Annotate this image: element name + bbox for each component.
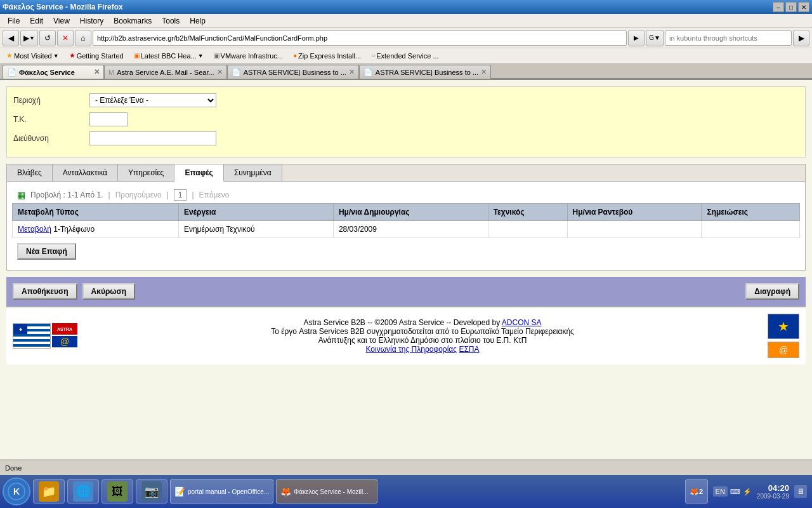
taskbar-window-firefox[interactable]: 🦊 Φάκελος Service - Mozill...	[276, 479, 377, 504]
menu-edit[interactable]: Edit	[25, 15, 48, 27]
network-icon: 🖥	[794, 485, 807, 498]
start-button[interactable]: K	[3, 478, 30, 505]
tab-astra2[interactable]: 📄 ASTRA SERVICE| Business to ... ✕	[359, 65, 491, 79]
metavoli-link[interactable]: Μεταβολή	[18, 225, 51, 234]
menu-file[interactable]: File	[3, 15, 25, 27]
search-button[interactable]: ▶	[793, 30, 809, 46]
tab-epafes[interactable]: Επαφές	[174, 164, 223, 182]
footer-line2: Το έργο Astra Services B2B συγχρηματοδοτ…	[90, 327, 755, 336]
new-contact-button[interactable]: Νέα Επαφή	[17, 243, 76, 260]
bookmark-zip[interactable]: ● Zip Express Install...	[289, 51, 365, 61]
cancel-button[interactable]: Ακύρωση	[82, 283, 135, 300]
taskbar-app-browser[interactable]: 🌐	[67, 479, 99, 504]
adcon-link[interactable]: ADCON SA	[502, 318, 542, 327]
separator2: |	[167, 190, 169, 199]
epafes-tab-content: ▦ Προβολή : 1-1 Από 1. | Προηγούμενο | 1…	[7, 182, 805, 270]
delete-button[interactable]: Διαγραφή	[745, 283, 799, 300]
col-action: Ενέργεια	[178, 204, 333, 221]
bookmark-most-visited[interactable]: ★ Most Visited ▼	[3, 50, 63, 61]
table-row: Μεταβολή 1-Τηλέφωνο Ενημέρωση Τεχνικού 2…	[13, 221, 800, 238]
bookmark-vmware[interactable]: ▣ VMware Infrastruc...	[210, 51, 287, 61]
menu-help[interactable]: Help	[185, 15, 211, 27]
rss-icon: ▣	[134, 52, 140, 59]
bookmark-extended[interactable]: ○ Extended Service ...	[367, 51, 443, 61]
prev-page[interactable]: Προηγούμενο	[115, 190, 162, 199]
tab-synimmena[interactable]: Συνημμένα	[224, 164, 282, 181]
row-notes	[702, 221, 800, 238]
footer-inner: ✚ ASTRA @	[13, 314, 799, 358]
maximize-button[interactable]: □	[785, 2, 797, 12]
star-icon: ★	[6, 51, 13, 60]
tab-close-fakellos[interactable]: ✕	[94, 68, 100, 76]
tab-bar: 📄 Φάκελος Service ✕ M Astra Service A.E.…	[0, 64, 812, 80]
tab-vlaves[interactable]: Βλάβες	[7, 164, 53, 181]
taskbar-app-file-manager[interactable]: 📁	[33, 479, 65, 504]
bookmark-bbc[interactable]: ▣ Latest BBC Hea... ▼	[130, 51, 207, 61]
url-go-button[interactable]: ▶	[628, 30, 645, 46]
tab-ypiresies[interactable]: Υπηρεσίες	[118, 164, 174, 181]
status-bar: Done	[0, 460, 812, 475]
tab-close-mail[interactable]: ✕	[217, 68, 223, 76]
nav-bar: ◀ ▶ ▼ ↺ ✕ ⌂ ▶ G▼ ▶	[0, 28, 812, 48]
col-date-create: Ημ/νια Δημιουργίας	[333, 204, 488, 221]
koinonia-link[interactable]: Κοινωνία της Πληροφορίας	[366, 345, 457, 354]
action-bar-left: Αποθήκευση Ακύρωση	[13, 283, 135, 300]
content-wrapper: Περιοχή - Επέλεξε Ένα - Τ.Κ. Διεύθυνση Β…	[0, 80, 812, 459]
bookmark-icon: ★	[69, 51, 75, 60]
firefox-icon-badge: 🦊	[690, 487, 699, 496]
home-button[interactable]: ⌂	[75, 30, 91, 46]
bookmark-getting-started[interactable]: ★ Getting Started	[65, 50, 128, 61]
menu-bar: File Edit View History Bookmarks Tools H…	[0, 14, 812, 28]
tk-row: Τ.Κ.	[13, 112, 799, 126]
tab-icon-astra2: 📄	[363, 68, 373, 77]
close-window-button[interactable]: ✕	[798, 2, 809, 12]
extended-icon: ○	[371, 52, 375, 59]
url-bar[interactable]	[93, 30, 627, 46]
row-appointment	[567, 221, 702, 238]
region-select[interactable]: - Επέλεξε Ένα -	[89, 93, 216, 107]
menu-view[interactable]: View	[48, 15, 75, 27]
search-input[interactable]	[665, 30, 792, 46]
menu-tools[interactable]: Tools	[157, 15, 185, 27]
tab-antalaktika[interactable]: Ανταλλακτικά	[53, 164, 118, 181]
col-technician: Τεχνικός	[488, 204, 567, 221]
tab-mail[interactable]: M Astra Service A.E. Mail - Sear... ✕	[104, 65, 227, 79]
taskbar-window-openoffice[interactable]: 📝 portal manual - OpenOffice...	[170, 479, 273, 504]
menu-history[interactable]: History	[75, 15, 108, 27]
title-bar-text: Φάκελος Service - Mozilla Firefox	[3, 3, 123, 11]
menu-bookmarks[interactable]: Bookmarks	[108, 15, 157, 27]
tab-fakellos[interactable]: 📄 Φάκελος Service ✕	[3, 65, 104, 79]
firefox-icon: 🦊	[280, 486, 291, 497]
forward-button[interactable]: ▶ ▼	[20, 30, 38, 46]
col-date-appt: Ημ/νια Ραντεβού	[567, 204, 702, 221]
address-input[interactable]	[89, 131, 216, 145]
address-row: Διεύθυνση	[13, 131, 799, 145]
espa-link[interactable]: ΕΣΠΑ	[459, 345, 479, 354]
new-contact-container: Νέα Επαφή	[17, 243, 795, 260]
page-number[interactable]: 1	[174, 189, 187, 201]
firefox-label: Φάκελος Service - Mozill...	[294, 488, 368, 495]
taskbar-right: 🦊 2 EN ⌨ ⚡ 04:20 2009-03-29 🖥	[685, 479, 809, 504]
tk-input[interactable]	[89, 112, 128, 126]
tab-close-astra1[interactable]: ✕	[349, 68, 355, 76]
action-bar: Αποθήκευση Ακύρωση Διαγραφή	[6, 277, 806, 306]
chevron-icon-bbc: ▼	[198, 53, 204, 59]
tab-close-astra2[interactable]: ✕	[481, 68, 487, 76]
tab-icon-fakellos: 📄	[7, 68, 16, 77]
region-label: Περιοχή	[13, 96, 89, 105]
next-page[interactable]: Επόμενο	[199, 190, 230, 199]
save-button[interactable]: Αποθήκευση	[13, 283, 77, 300]
taskbar-app-image[interactable]: 🖼	[102, 479, 133, 504]
refresh-button[interactable]: ↺	[39, 30, 56, 46]
back-button[interactable]: ◀	[3, 30, 19, 46]
footer-line1: Astra Service B2B -- ©2009 Astra Service…	[90, 318, 755, 327]
stop-button[interactable]: ✕	[57, 30, 74, 46]
tab-astra1[interactable]: 📄 ASTRA SERVICE| Business to ... ✕	[227, 65, 359, 79]
keyboard-icon: ⌨	[730, 488, 740, 496]
row-technician	[488, 221, 567, 238]
taskbar-app-camera[interactable]: 📷	[136, 479, 167, 504]
footer-logos-right: ★ @	[768, 314, 799, 358]
firefox-count: 2	[699, 488, 703, 495]
search-engine-button[interactable]: G▼	[646, 30, 664, 46]
minimize-button[interactable]: –	[773, 2, 784, 12]
